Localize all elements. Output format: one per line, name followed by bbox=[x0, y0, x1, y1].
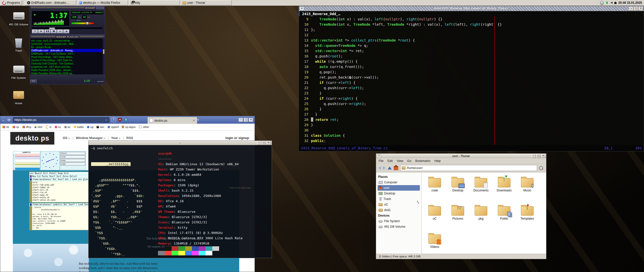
volume-thumb[interactable] bbox=[86, 22, 89, 25]
sidebar-place[interactable]: oC bbox=[378, 202, 420, 207]
volume-slider[interactable] bbox=[71, 22, 94, 24]
prev-button[interactable]: ⏮ bbox=[32, 29, 38, 33]
minimize-button[interactable]: – bbox=[629, 7, 633, 11]
nvim-tab-label[interactable]: 2415_Reverse_Odd_… bbox=[302, 11, 340, 17]
vimium-icon[interactable]: V bbox=[124, 118, 128, 122]
folder-item[interactable]: Videos bbox=[423, 232, 446, 254]
volume-icon[interactable] bbox=[611, 2, 613, 4]
window-menu-button[interactable]: ∨ bbox=[300, 7, 304, 11]
maximize-button[interactable]: □ bbox=[634, 7, 638, 11]
playlist-scrollbar[interactable] bbox=[103, 39, 105, 75]
forward-button[interactable] bbox=[383, 166, 386, 170]
bookmark-item[interactable]: dfcp bbox=[22, 125, 31, 128]
site-logo[interactable]: deskto.ps bbox=[10, 132, 54, 145]
menu-item[interactable]: View bbox=[397, 159, 403, 163]
desktop-icon-trash[interactable]: Trash bbox=[8, 38, 30, 52]
pocket-icon[interactable]: ↥ bbox=[111, 118, 116, 122]
clock[interactable]: 20:46 15.01.2025 bbox=[618, 1, 642, 5]
winamp-titlebar[interactable]: WINAMP bbox=[30, 6, 105, 10]
folder-item[interactable]: Public bbox=[493, 204, 516, 232]
maximize-button[interactable]: □ bbox=[536, 154, 541, 158]
menu-rss[interactable]: RSS bbox=[127, 136, 133, 140]
playlist-footer-button[interactable]: MISC bbox=[30, 80, 37, 83]
menu-os[interactable]: OS bbox=[63, 136, 70, 140]
folder-item[interactable]: Downloads bbox=[493, 176, 516, 204]
sidebar-place[interactable]: Trash bbox=[378, 196, 420, 202]
bookmark-item[interactable]: ac bbox=[64, 125, 71, 128]
bookmark-item[interactable]: lc bbox=[46, 125, 52, 129]
url-bar[interactable]: https://deskto.ps ☆ bbox=[13, 117, 109, 123]
next-button[interactable]: ⏭ bbox=[57, 29, 63, 33]
taskbar-window-button[interactable]: a DnBRadio.com - dnbradio.... bbox=[25, 0, 76, 5]
desktop-icon-filesystem[interactable]: File System bbox=[8, 63, 30, 80]
playlist-entry[interactable]: DNBRadio - 24-7 Live Dj Mixes - All F... bbox=[31, 52, 102, 55]
thunar-titlebar[interactable]: ∨ user - Thunar – □ ✕ bbox=[376, 154, 546, 158]
login-signup-link[interactable]: login or signup bbox=[225, 136, 249, 140]
back-button[interactable] bbox=[378, 166, 381, 170]
sidebar-place[interactable]: Desktop bbox=[378, 191, 420, 196]
terminal-content[interactable]: Plan 9 from Bell Labs The holy trinity: … bbox=[89, 145, 272, 258]
path-bar[interactable]: /home/user/ bbox=[400, 165, 537, 171]
menu-item[interactable]: Go bbox=[407, 159, 411, 163]
close-button[interactable]: ✕ bbox=[249, 118, 253, 122]
playlist-titlebar[interactable]: WINAMP PLAYLIST bbox=[30, 35, 105, 39]
sidebar-place[interactable]: user bbox=[378, 185, 420, 191]
notifications-bell-icon[interactable] bbox=[614, 2, 617, 4]
menu-wm[interactable]: Window Manager bbox=[76, 136, 105, 140]
playlist-entry[interactable]: ndr_n-joy_mp3_01 - icecast.ndr.de - ... bbox=[31, 39, 102, 42]
menu-item[interactable]: File bbox=[379, 159, 383, 163]
playlist-entry[interactable]: ffn - stream.ffn.de - bbox=[31, 46, 102, 49]
seek-thumb[interactable] bbox=[49, 27, 55, 29]
playlist-entry[interactable]: SceneSat - oscar.scenesat.com - Mall... bbox=[31, 42, 102, 46]
playlist-entry[interactable]: Radio Paradise Mellow Mix (320k aa... bbox=[31, 72, 102, 75]
list-opts-button[interactable]: LIST OPTS bbox=[97, 81, 104, 82]
bookmark-item[interactable]: ug bbox=[87, 125, 93, 128]
bookmark-item[interactable]: cb bbox=[2, 125, 9, 128]
folder-item[interactable]: oC bbox=[423, 204, 446, 232]
search-icon[interactable] bbox=[539, 166, 543, 170]
menu-item[interactable]: Edit bbox=[387, 159, 393, 163]
folder-item[interactable]: code bbox=[423, 176, 446, 204]
up-button[interactable] bbox=[388, 166, 392, 169]
folder-item[interactable]: pkg bbox=[469, 204, 493, 232]
sidebar-device[interactable]: 491 GB Volume bbox=[378, 224, 420, 229]
bookmark-star-icon[interactable]: ☆ bbox=[105, 117, 108, 122]
playlist-entry[interactable]: jungletrain.net - 24/7 drum and bas... bbox=[31, 65, 102, 69]
playlist-entry[interactable]: DnBRadio.com - dnbradio.nl - Reneg... bbox=[31, 49, 102, 52]
bookmark-item[interactable]: cppref bbox=[108, 125, 119, 128]
close-button[interactable]: ✕ bbox=[266, 141, 271, 145]
pane-divider[interactable]: ▚ bbox=[417, 201, 419, 203]
bookmark-item[interactable]: cp-algos bbox=[122, 125, 136, 128]
close-button[interactable]: ✕ bbox=[639, 7, 643, 11]
close-button[interactable]: ✕ bbox=[541, 154, 545, 158]
menu-item[interactable]: Bookmarks bbox=[415, 159, 430, 163]
bookmark-item[interactable]: cp bbox=[12, 125, 19, 128]
playlist-entry[interactable]: Plush Recordings - 24/7 Deep, Atmo... bbox=[31, 55, 102, 59]
folder-item[interactable]: Templates bbox=[516, 204, 539, 232]
menu-item[interactable]: Help bbox=[434, 159, 441, 163]
reload-button[interactable]: ⟳ bbox=[8, 118, 11, 122]
maximize-button[interactable]: □ bbox=[262, 141, 266, 145]
bookmark-item[interactable]: nc bbox=[55, 125, 61, 128]
winamp-window-buttons[interactable] bbox=[96, 7, 104, 9]
bookmark-item[interactable]: other bbox=[139, 125, 149, 128]
nvim-titlebar[interactable]: ∨ nvim 2415_Reverse_Odd_Levels_of_Binary… bbox=[299, 6, 644, 11]
nvim-editor[interactable]: 2415_Reverse_Odd_… 9 TreeNode(int x) : v… bbox=[299, 11, 644, 151]
sidebar-place[interactable]: dvd1 bbox=[378, 207, 420, 213]
tab-close-icon[interactable]: ✕ bbox=[193, 119, 195, 122]
sidebar-place[interactable]: Computer bbox=[378, 180, 420, 185]
minimize-button[interactable]: – bbox=[257, 141, 261, 145]
back-button[interactable]: ← bbox=[2, 118, 6, 122]
minimize-button[interactable]: – bbox=[239, 118, 243, 122]
updates-ok-icon[interactable] bbox=[605, 2, 609, 4]
menu-year[interactable]: Year bbox=[111, 136, 121, 140]
bookmark-item[interactable]: aoc bbox=[97, 125, 104, 128]
window-menu-button[interactable]: ∨ bbox=[377, 154, 381, 158]
home-button[interactable] bbox=[394, 167, 398, 170]
taskbar-window-button[interactable]: 2 kitty bbox=[129, 0, 180, 5]
desktop-icon-volume[interactable]: 491 GB Volume bbox=[8, 10, 30, 26]
folder-item[interactable]: ♫ Music bbox=[516, 176, 539, 204]
play-button[interactable]: ▶ bbox=[38, 29, 44, 33]
programs-menu-button[interactable]: Programs bbox=[1, 0, 22, 5]
eject-button[interactable]: ⏏ bbox=[63, 29, 69, 33]
